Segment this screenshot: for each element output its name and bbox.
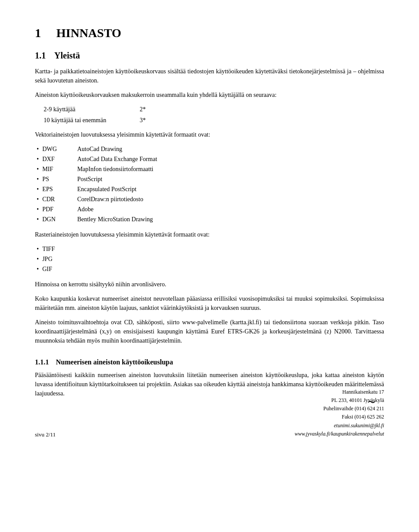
users2-value: 3* (140, 116, 146, 125)
subsection-number: 1.1.1 (35, 358, 49, 366)
raster-format-item: •GIF (44, 264, 384, 274)
users1-label: 2-9 käyttäjää (44, 105, 140, 114)
chapter-heading: 1 HINNASTO (35, 26, 384, 40)
raster-format-name: TIFF (42, 244, 55, 254)
bullet-icon: • (37, 165, 39, 174)
page-number: sivu 2/11 (35, 431, 56, 438)
format-desc: PostScript (77, 175, 384, 184)
raster-format-name: GIF (42, 264, 52, 274)
footer-address: Hannikaisenkatu 17 (295, 388, 384, 396)
format-desc: Adobe (77, 205, 384, 214)
bullet-icon: • (37, 175, 39, 184)
format-code: CDR (42, 195, 77, 204)
users2-label: 10 käyttäjää tai enemmän (44, 116, 140, 125)
raster-formats-list: •TIFF•JPG•GIF (44, 244, 384, 274)
bullet-icon: • (37, 264, 39, 274)
format-desc: CorelDraw:n piirtotiedosto (77, 195, 384, 204)
format-code: MIF (42, 165, 77, 174)
paragraph-1: Kartta- ja paikkatietoaineistojen käyttö… (35, 67, 384, 85)
footer-fax: Faksi (014) 625 262 (295, 413, 384, 421)
paragraph-3: Hinnoissa on kerrottu sisältyykö niihin … (35, 280, 384, 289)
bullet-icon: • (37, 215, 39, 224)
vector-formats-list: •DWGAutoCad Drawing•DXFAutoCad Data Exch… (44, 144, 384, 224)
chapter-number: 1 (35, 26, 41, 40)
vector-format-item: •PSPostScript (44, 175, 384, 184)
vector-format-item: •DWGAutoCad Drawing (44, 144, 384, 154)
format-desc: MapInfon tiedonsiirtoformaatti (77, 165, 384, 174)
format-desc: AutoCad Drawing (77, 144, 384, 154)
format-code: DWG (42, 144, 77, 154)
section-title: Yleistä (54, 51, 80, 60)
format-code: PDF (42, 205, 77, 214)
vector-format-item: •PDFAdobe (44, 205, 384, 214)
subsection-heading: 1.1.1 Numeerisen aineiston käyttöoikeusl… (35, 358, 384, 366)
raster-format-name: JPG (42, 254, 52, 264)
paragraph-5: Aineisto toimitusvaihtoehtoja ovat CD, s… (35, 318, 384, 345)
format-desc: Bentley MicroStation Drawing (77, 215, 384, 224)
footer: Hannikaisenkatu 17 PL 233, 40101 Jyväsky… (295, 388, 384, 438)
user-multiplier-block: 2-9 käyttäjää 2* 10 käyttäjää tai enemmä… (44, 105, 384, 125)
format-code: DGN (42, 215, 77, 224)
page: 1 HINNASTO 1.1 Yleistä Kartta- ja paikka… (0, 0, 419, 456)
bullet-icon: • (37, 144, 39, 154)
chapter-title: HINNASTO (56, 26, 121, 40)
footer-email: etunimi.sukunimi@jkl.fi (295, 422, 384, 430)
raster-intro: Rasteriaineistojen luovutuksessa yleisim… (35, 230, 384, 239)
vector-format-item: •EPSEncapsulated PostScript (44, 185, 384, 194)
bullet-icon: • (37, 195, 39, 204)
format-code: DXF (42, 154, 77, 164)
format-desc: AutoCad Data Exchange Format (77, 154, 384, 164)
section-heading: 1.1 Yleistä (35, 51, 384, 61)
vector-format-item: •CDRCorelDraw:n piirtotiedosto (44, 195, 384, 204)
bullet-icon: • (37, 154, 39, 164)
vector-intro: Vektoriaineistojen luovutuksessa yleisim… (35, 130, 384, 139)
paragraph-2: Aineiston käyttöoikeuskorvauksen maksuke… (35, 90, 384, 100)
vector-format-item: •MIFMapInfon tiedonsiirtoformaatti (44, 165, 384, 174)
vector-format-item: •DGNBentley MicroStation Drawing (44, 215, 384, 224)
raster-format-item: •JPG (44, 254, 384, 264)
footer-po-box: PL 233, 40101 Jyväskylä (295, 396, 384, 405)
bullet-icon: • (37, 254, 39, 264)
footer-phone: Puhelinvaihde (014) 624 211 (295, 405, 384, 413)
vector-format-item: •DXFAutoCad Data Exchange Format (44, 154, 384, 164)
subsection-title: Numeerisen aineiston käyttöoikeuslupa (56, 358, 173, 366)
bullet-icon: • (37, 185, 39, 194)
paragraph-4: Koko kaupunkia koskevat numeeriset ainei… (35, 294, 384, 312)
format-code: EPS (42, 185, 77, 194)
footer-website: www.jyvaskyla.fi/kaupunkirakennepalvelut (295, 430, 384, 438)
format-desc: Encapsulated PostScript (77, 185, 384, 194)
section-number: 1.1 (35, 51, 46, 60)
format-code: PS (42, 175, 77, 184)
raster-format-item: •TIFF (44, 244, 384, 254)
bullet-icon: • (37, 244, 39, 254)
bullet-icon: • (37, 205, 39, 214)
users1-value: 2* (140, 105, 146, 114)
